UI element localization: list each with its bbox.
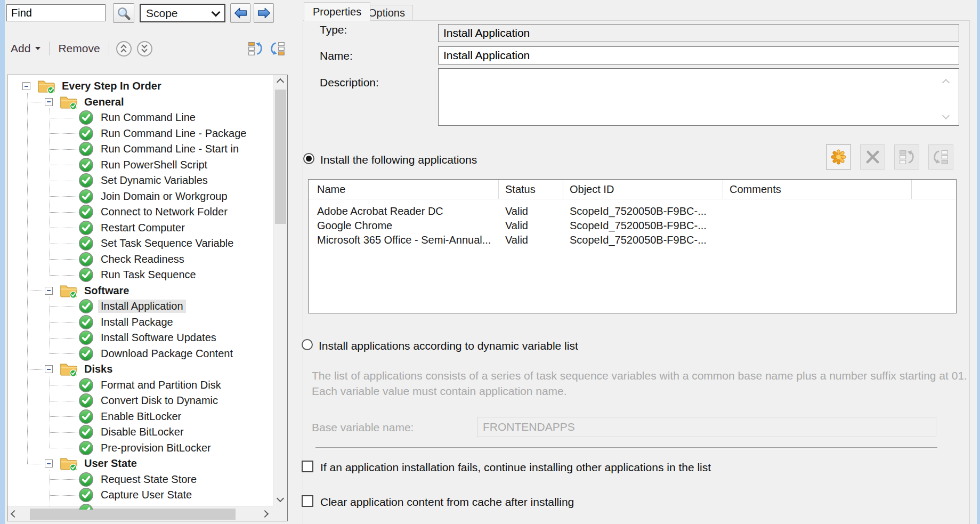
success-check-icon xyxy=(78,330,94,345)
application-row[interactable]: Adobe Acrobat Reader DC Valid ScopeId_75… xyxy=(309,204,956,219)
collapse-toggle-icon[interactable] xyxy=(45,365,53,373)
tree-item[interactable]: Install Package xyxy=(7,315,273,330)
tree-item[interactable]: Restart Computer xyxy=(7,220,273,236)
success-check-icon xyxy=(78,424,94,440)
folder-check-icon xyxy=(37,78,55,94)
tree-item[interactable]: Request State Store xyxy=(7,472,273,488)
collapse-all-button[interactable] xyxy=(116,41,132,57)
tree-item[interactable]: Run PowerShell Script xyxy=(7,157,273,173)
scrollbar-thumb[interactable] xyxy=(30,509,236,520)
separator-line xyxy=(315,447,937,449)
tree-item[interactable]: Set Dynamic Variables xyxy=(7,173,273,189)
success-check-icon xyxy=(78,141,94,157)
type-field xyxy=(438,24,959,42)
name-field[interactable] xyxy=(438,46,959,65)
scope-dropdown[interactable]: Scope xyxy=(140,4,225,22)
tab-properties[interactable]: Properties xyxy=(304,2,370,21)
scrollbar-thumb[interactable] xyxy=(275,90,286,224)
tree-item[interactable]: Download Package Content xyxy=(7,346,273,362)
tree-item-root[interactable]: Every Step In Order xyxy=(7,78,273,94)
find-input[interactable] xyxy=(6,4,106,21)
move-step-down-button[interactable] xyxy=(270,41,286,56)
chevron-down-icon xyxy=(212,7,221,17)
arrow-left-icon xyxy=(233,6,248,20)
success-check-icon xyxy=(78,267,94,283)
success-check-icon xyxy=(78,393,94,408)
success-check-icon xyxy=(78,220,94,236)
tree-item[interactable]: Connect to Network Folder xyxy=(7,204,273,220)
scroll-up-button[interactable] xyxy=(273,75,287,89)
move-down-icon xyxy=(933,149,949,165)
column-header-object-id[interactable]: Object ID xyxy=(563,180,723,199)
find-next-button[interactable] xyxy=(254,3,274,23)
collapse-toggle-icon[interactable] xyxy=(45,98,53,106)
tree-item[interactable]: Check Readiness xyxy=(7,252,273,268)
success-check-icon xyxy=(78,409,94,424)
description-field[interactable] xyxy=(438,68,959,126)
tree-item[interactable]: Enable BitLocker xyxy=(7,409,273,425)
tree-item[interactable]: Convert Disk to Dynamic xyxy=(7,393,273,409)
tree-item[interactable]: Set Task Sequence Variable xyxy=(7,236,273,252)
tree-item[interactable]: Disable BitLocker xyxy=(7,424,273,440)
tree-group-software[interactable]: Software xyxy=(7,283,273,299)
tree-group-disks[interactable]: Disks xyxy=(7,361,273,377)
scroll-right-button[interactable] xyxy=(259,507,273,521)
tree-group-general[interactable]: General xyxy=(7,94,273,110)
success-check-icon xyxy=(78,252,94,267)
tree-item[interactable]: Run Task Sequence xyxy=(7,267,273,283)
tree-item[interactable]: Join Domain or Workgroup xyxy=(7,189,273,205)
expand-all-button[interactable] xyxy=(137,41,152,57)
base-variable-field xyxy=(477,417,936,437)
tree-item[interactable]: Run Command Line - Start in xyxy=(7,141,273,157)
scroll-left-button[interactable] xyxy=(7,507,21,521)
column-header-comments[interactable]: Comments xyxy=(723,180,912,199)
tree-vertical-scrollbar[interactable] xyxy=(273,75,287,506)
application-row[interactable]: Google Chrome Valid ScopeId_7520050B-F9B… xyxy=(309,219,956,233)
collapse-toggle-icon[interactable] xyxy=(22,82,30,90)
tree-group-user-state[interactable]: User State xyxy=(7,456,273,472)
success-check-icon xyxy=(78,126,94,141)
success-check-icon xyxy=(78,236,94,251)
tree-item[interactable]: Capture User State xyxy=(7,487,273,503)
remove-button-label: Remove xyxy=(58,42,100,55)
checkbox-clear-cache[interactable] xyxy=(302,495,313,507)
tree-item-selected[interactable]: Install Application xyxy=(7,299,273,315)
tree-item[interactable]: Run Command Line xyxy=(7,110,273,126)
collapse-toggle-icon[interactable] xyxy=(45,287,53,295)
checkbox-continue-on-fail[interactable] xyxy=(302,461,313,472)
collapse-toggle-icon[interactable] xyxy=(45,459,53,467)
move-application-up-button xyxy=(894,144,919,170)
tab-properties-label: Properties xyxy=(313,6,361,18)
add-button[interactable]: Add xyxy=(6,40,45,57)
chevron-down-icon[interactable] xyxy=(943,111,949,120)
add-application-button[interactable] xyxy=(826,144,851,170)
success-check-icon xyxy=(78,157,94,173)
tree-item[interactable]: Install Software Updates xyxy=(7,330,273,346)
tree-item[interactable]: Pre-provision BitLocker xyxy=(7,440,273,456)
caret-down-icon xyxy=(35,47,41,50)
dynamic-list-hint: The list of applications consists of a s… xyxy=(312,368,973,399)
column-header-name[interactable]: Name xyxy=(309,180,499,199)
success-check-icon xyxy=(78,299,94,314)
success-check-icon xyxy=(78,377,94,393)
folder-check-icon xyxy=(60,456,78,471)
tree-item[interactable]: Run Command Line - Package xyxy=(7,126,273,142)
application-row[interactable]: Microsoft 365 Office - Semi-Annual... Va… xyxy=(309,233,956,247)
tree-item[interactable]: Format and Partition Disk xyxy=(7,377,273,393)
delete-x-icon xyxy=(864,149,881,165)
radio-install-following-apps[interactable] xyxy=(303,153,314,164)
find-previous-button[interactable] xyxy=(230,3,250,23)
type-label: Type: xyxy=(320,23,347,36)
scroll-down-button[interactable] xyxy=(273,493,287,506)
search-button[interactable] xyxy=(113,3,134,23)
move-step-up-button[interactable] xyxy=(247,41,263,56)
chevron-up-icon[interactable] xyxy=(943,78,949,87)
tree-horizontal-scrollbar[interactable] xyxy=(7,506,273,521)
column-header-status[interactable]: Status xyxy=(499,180,563,199)
remove-button[interactable]: Remove xyxy=(54,40,104,57)
success-check-icon xyxy=(78,440,94,456)
success-check-icon xyxy=(78,110,94,125)
chevron-left-icon xyxy=(11,510,18,518)
radio-dynamic-variable-list[interactable] xyxy=(302,339,313,350)
add-button-label: Add xyxy=(11,42,30,55)
